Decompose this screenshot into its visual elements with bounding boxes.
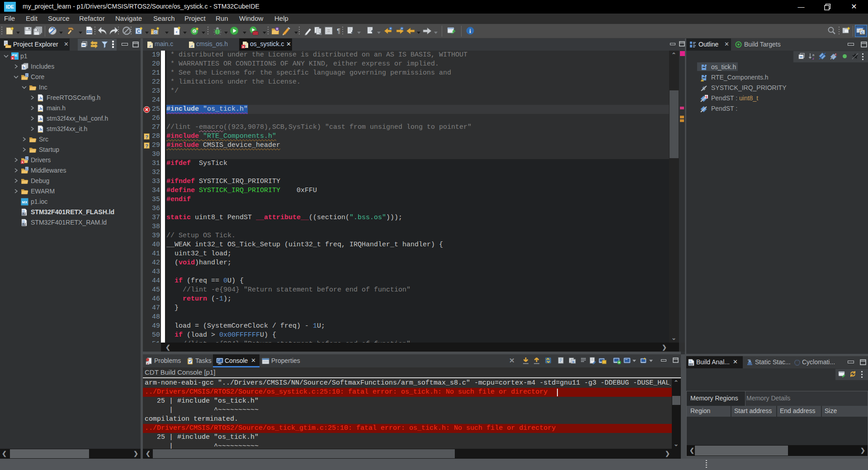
svg-text:010: 010 [87,30,91,33]
svg-text:.h: .h [39,106,42,111]
svg-text:.h: .h [39,117,42,121]
svg-text:h: h [23,66,25,70]
svg-text:.c: .c [149,43,151,48]
svg-text:C: C [154,31,156,34]
svg-text:LD: LD [22,223,25,226]
svg-text:C: C [26,74,28,77]
svg-text:C: C [861,31,864,35]
svg-text:c: c [176,29,178,34]
svg-text:.h: .h [39,127,42,132]
svg-text:C: C [26,157,28,160]
svg-text:010: 010 [689,363,693,365]
svg-text:MX: MX [22,200,28,204]
svg-text:z: z [812,56,814,60]
svg-text:C: C [193,30,195,33]
svg-text:¶: ¶ [337,27,340,34]
svg-text:x: x [22,160,24,164]
svg-text:!: ! [702,79,703,81]
svg-text:S: S [705,95,708,99]
svg-text:x: x [12,56,14,60]
svg-text:C: C [137,29,140,34]
svg-text:C: C [26,167,28,170]
svg-text:LD: LD [22,212,25,215]
svg-text:x: x [242,45,244,48]
svg-text:.c: .c [190,43,193,48]
svg-text:.h: .h [39,96,42,100]
